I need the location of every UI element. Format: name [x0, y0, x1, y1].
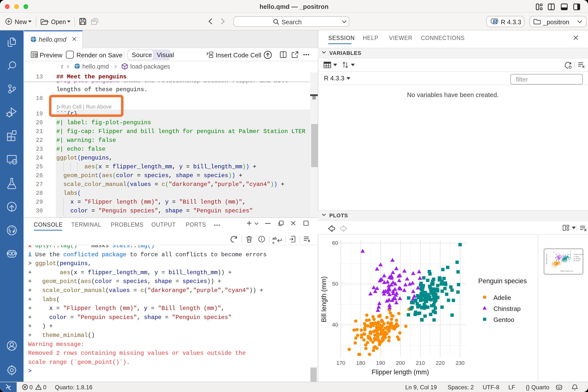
svg-text:Flipper length (mm): Flipper length (mm)	[560, 270, 573, 272]
svg-text:Chinstrap: Chinstrap	[576, 258, 581, 260]
svg-text:Adelie: Adelie	[576, 256, 579, 258]
svg-text:Bill length (mm): Bill length (mm)	[546, 254, 547, 264]
svg-text:Penguin species: Penguin species	[574, 254, 583, 255]
svg-text:Gentoo: Gentoo	[576, 260, 580, 262]
